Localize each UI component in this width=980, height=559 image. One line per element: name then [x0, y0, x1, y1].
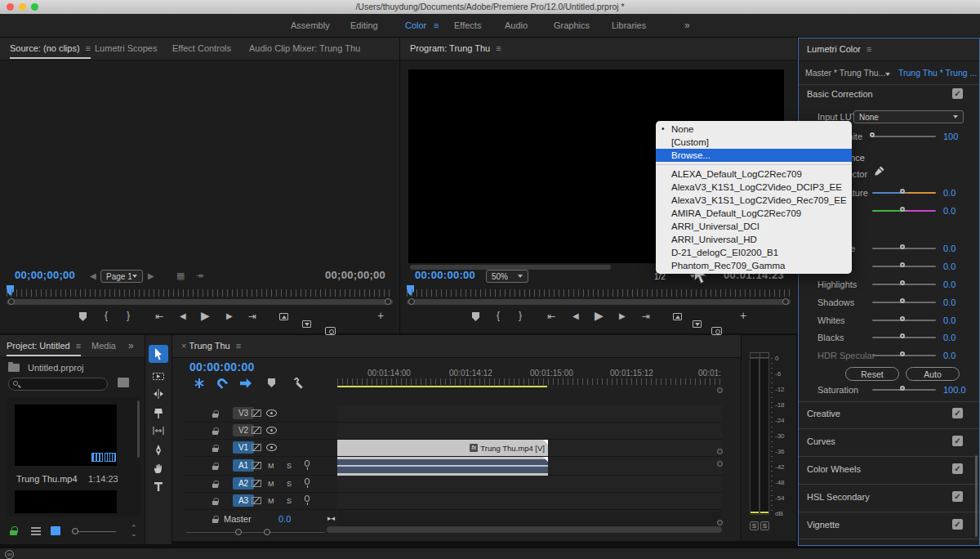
- ripple-edit-tool-icon[interactable]: [152, 387, 165, 400]
- workspace-tab-libraries[interactable]: Libraries: [612, 14, 646, 38]
- sync-lock-icon[interactable]: [252, 462, 261, 469]
- timeline-settings-wrench-icon[interactable]: [293, 377, 306, 390]
- zoom-knob[interactable]: [235, 529, 242, 535]
- work-area-bar[interactable]: [337, 386, 547, 387]
- maximize-window-button[interactable]: [31, 3, 38, 11]
- project-writable-icon[interactable]: [10, 526, 17, 535]
- clip-name[interactable]: Trung Thu.mp4: [16, 474, 78, 484]
- goto-in-button[interactable]: ⇤: [155, 311, 163, 322]
- video-clip[interactable]: fx Trung Thu.mp4 [V]: [337, 440, 548, 456]
- section-curves[interactable]: Curves: [807, 436, 835, 446]
- add-marker-button[interactable]: [79, 312, 87, 321]
- breadcrumb[interactable]: Untitled.prproj: [28, 363, 83, 373]
- voiceover-mic-icon[interactable]: [305, 478, 310, 485]
- source-scrollbar[interactable]: [7, 299, 393, 305]
- drag-audio-icon[interactable]: ↠: [196, 271, 203, 281]
- slider-value[interactable]: 0.0: [943, 351, 956, 360]
- sync-lock-icon[interactable]: [252, 444, 261, 451]
- master-gain-value[interactable]: 0.0: [278, 514, 291, 524]
- menu-item-lut[interactable]: AlexaV3_K1S1_LogC2Video_Rec709_EE: [656, 194, 852, 207]
- vignette-checkbox[interactable]: ✓: [952, 519, 963, 530]
- breadcrumb-folder-icon[interactable]: [8, 364, 20, 372]
- type-tool-icon[interactable]: [152, 480, 165, 493]
- close-window-button[interactable]: [7, 3, 14, 11]
- workspace-tab-color[interactable]: Color: [405, 14, 426, 38]
- menu-item-lut[interactable]: ALEXA_Default_LogC2Rec709: [656, 168, 852, 181]
- workspace-menu-icon[interactable]: ≡: [434, 14, 439, 38]
- program-scrollbar[interactable]: [407, 299, 791, 305]
- slider-value[interactable]: 0.0: [943, 297, 956, 307]
- track-select-forward-tool-icon[interactable]: [152, 369, 165, 382]
- selection-tool-icon[interactable]: [152, 347, 165, 360]
- eye-icon[interactable]: [266, 409, 277, 417]
- slider-value[interactable]: 100.0: [943, 385, 966, 395]
- goto-out-button[interactable]: ⇥: [642, 311, 650, 322]
- section-creative[interactable]: Creative: [807, 409, 840, 418]
- temperature-slider[interactable]: [872, 192, 936, 194]
- section-vignette[interactable]: Vignette: [807, 520, 840, 530]
- lock-icon[interactable]: [212, 516, 218, 523]
- lock-icon[interactable]: [212, 498, 218, 505]
- auto-button[interactable]: Auto: [906, 367, 960, 381]
- hdr-white-slider[interactable]: [872, 136, 936, 137]
- audio-clip[interactable]: [337, 457, 548, 476]
- eye-icon[interactable]: [266, 427, 277, 434]
- step-back-button[interactable]: ◀: [180, 311, 186, 320]
- chevron-down-icon[interactable]: [885, 73, 890, 76]
- page-next-icon[interactable]: ▶: [148, 271, 154, 280]
- panel-menu-icon[interactable]: ≡: [86, 43, 91, 53]
- menu-item-lut[interactable]: ARRI_Universal_HD: [656, 233, 852, 246]
- mute-button[interactable]: M: [268, 497, 274, 505]
- solo-left-button[interactable]: S: [750, 521, 759, 530]
- workspace-tab-effects[interactable]: Effects: [454, 14, 481, 38]
- solo-button[interactable]: S: [287, 497, 292, 505]
- search-input[interactable]: [8, 378, 108, 391]
- tab-media-browser[interactable]: Media: [91, 335, 116, 356]
- drag-video-icon[interactable]: ▦: [176, 271, 185, 281]
- shadows-slider[interactable]: [872, 302, 936, 303]
- tab-project[interactable]: Project: Untitled≡: [7, 335, 81, 356]
- tab-lumetri-scopes[interactable]: Lumetri Scopes: [95, 38, 157, 59]
- lock-icon[interactable]: [212, 427, 218, 435]
- tint-slider[interactable]: [872, 210, 936, 212]
- slider-value[interactable]: 0.0: [943, 262, 956, 271]
- bin-scrollbar[interactable]: [137, 400, 140, 458]
- add-marker-button[interactable]: [472, 312, 479, 321]
- panel-menu-icon[interactable]: ≡: [76, 341, 81, 351]
- saturation-slider[interactable]: [872, 389, 936, 391]
- sync-lock-icon[interactable]: [252, 480, 261, 487]
- section-basic-correction[interactable]: Basic Correction: [807, 89, 873, 99]
- sync-lock-icon[interactable]: [252, 427, 261, 434]
- creative-cloud-icon[interactable]: ∞: [5, 550, 14, 559]
- menu-item-none[interactable]: •None: [656, 123, 852, 136]
- menu-item-lut[interactable]: D-21_delogC_EI0200_B1: [656, 246, 852, 259]
- hand-tool-icon[interactable]: [152, 462, 165, 475]
- program-timecode[interactable]: 00:00:00:00: [415, 269, 475, 281]
- mute-button[interactable]: M: [268, 462, 274, 470]
- nest-toggle-icon[interactable]: [194, 378, 205, 389]
- source-time-ruler[interactable]: [7, 289, 393, 297]
- step-forward-button[interactable]: ▶: [619, 311, 626, 320]
- sync-lock-icon[interactable]: [252, 497, 261, 504]
- timeline-scrollbar[interactable]: [327, 526, 722, 533]
- track-lane-v3[interactable]: [337, 405, 722, 423]
- slider-value[interactable]: 0.0: [943, 280, 956, 289]
- export-frame-button[interactable]: [325, 327, 336, 335]
- mark-out-button[interactable]: }: [519, 310, 522, 321]
- creative-checkbox[interactable]: ✓: [952, 408, 963, 418]
- add-marker-icon[interactable]: [268, 378, 275, 387]
- zoom-slider-knob[interactable]: [72, 528, 78, 534]
- solo-button[interactable]: S: [287, 462, 292, 470]
- page-select[interactable]: Page 1: [100, 270, 143, 283]
- section-color-wheels[interactable]: Color Wheels: [807, 464, 861, 474]
- search-bin-icon[interactable]: [118, 378, 129, 387]
- pen-tool-icon[interactable]: [152, 444, 165, 457]
- tab-program[interactable]: Program: Trung Thu≡: [410, 38, 501, 59]
- menu-item-custom[interactable]: [Custom]: [656, 136, 852, 149]
- panel-overflow-icon[interactable]: »: [128, 335, 134, 356]
- voiceover-mic-icon[interactable]: [305, 495, 310, 502]
- lock-icon[interactable]: [212, 481, 218, 488]
- eye-icon[interactable]: [266, 444, 277, 451]
- menu-item-lut[interactable]: ARRI_Universal_DCI: [656, 220, 852, 233]
- snap-toggle-icon[interactable]: [216, 377, 229, 390]
